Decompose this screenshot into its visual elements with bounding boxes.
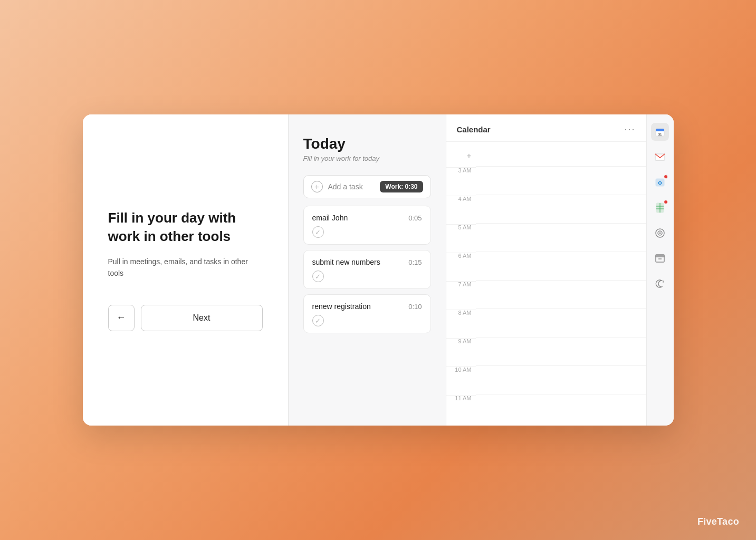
add-task-text: Add a task (328, 182, 375, 191)
event-line-5am (476, 223, 646, 252)
task-card-top-1: email John 0:05 (312, 214, 422, 222)
next-button[interactable]: Next (141, 305, 263, 331)
calendar-events (476, 142, 646, 426)
calendar-body: + 3 AM 4 AM 5 AM 6 AM 7 AM 8 AM 9 AM 10 … (446, 142, 646, 426)
task-card-top-3: renew registration 0:10 (312, 302, 422, 311)
time-slot-4am: 4 AM (446, 195, 476, 223)
event-line-10am (476, 365, 646, 394)
time-slot-6am: 6 AM (446, 252, 476, 280)
calendar-menu-icon[interactable]: ··· (624, 124, 635, 135)
event-line-4am (476, 195, 646, 223)
time-slot-add[interactable]: + (446, 146, 476, 166)
description: Pull in meetings, emails, and tasks in o… (108, 256, 263, 279)
task-card-3: renew registration 0:10 ✓ (303, 294, 431, 333)
task-name-2: submit new numbers (312, 258, 380, 266)
outlook-icon[interactable]: O (651, 173, 669, 191)
outlook-dot (664, 175, 668, 179)
button-row: ← Next (108, 305, 263, 331)
brand-taco: Taco (717, 516, 739, 527)
time-slot-9am: 9 AM (446, 337, 476, 365)
target-icon[interactable] (651, 224, 669, 242)
right-panel: Today Fill in your work for today + Add … (289, 114, 674, 426)
time-slots: + 3 AM 4 AM 5 AM 6 AM 7 AM 8 AM 9 AM 10 … (446, 142, 476, 426)
add-task-row[interactable]: + Add a task Work: 0:30 (303, 175, 431, 198)
task-time-1: 0:05 (408, 214, 422, 222)
tasks-subtitle: Fill in your work for today (303, 155, 431, 162)
work-badge: Work: 0:30 (380, 181, 423, 192)
task-check-3[interactable]: ✓ (312, 315, 324, 326)
time-slot-5am: 5 AM (446, 223, 476, 252)
svg-text:31: 31 (658, 133, 662, 136)
add-task-icon: + (311, 181, 323, 192)
task-name-3: renew registration (312, 302, 371, 311)
back-button[interactable]: ← (108, 305, 135, 331)
event-line-7am (476, 280, 646, 308)
brand-five: Five (697, 516, 717, 527)
archive-icon[interactable] (651, 249, 669, 267)
event-line-8am (476, 308, 646, 337)
task-card-1: email John 0:05 ✓ (303, 206, 431, 245)
tasks-title: Today (303, 136, 431, 152)
time-slot-10am: 10 AM (446, 365, 476, 394)
calendar-header: Calendar ··· (446, 114, 646, 142)
moon-icon[interactable] (651, 275, 669, 293)
heading: Fill in your day with work in other tool… (108, 209, 263, 246)
task-check-1[interactable]: ✓ (312, 226, 324, 238)
task-check-2[interactable]: ✓ (312, 271, 324, 282)
time-slot-7am: 7 AM (446, 280, 476, 308)
task-card-top-2: submit new numbers 0:15 (312, 258, 422, 266)
main-card: Fill in your day with work in other tool… (83, 114, 674, 426)
google-calendar-icon[interactable]: 31 (651, 123, 669, 141)
time-slot-8am: 8 AM (446, 308, 476, 337)
event-line-11am (476, 394, 646, 422)
time-slot-3am: 3 AM (446, 166, 476, 195)
event-line-3am (476, 166, 646, 195)
left-panel: Fill in your day with work in other tool… (83, 114, 289, 426)
event-line-add (476, 146, 646, 166)
time-slot-11am: 11 AM (446, 394, 476, 422)
event-line-6am (476, 252, 646, 280)
branding: FiveTaco (697, 516, 739, 527)
svg-text:O: O (658, 180, 662, 186)
task-time-3: 0:10 (408, 303, 422, 311)
tasks-column: Today Fill in your work for today + Add … (289, 114, 446, 426)
task-name-1: email John (312, 214, 348, 222)
sheets-icon[interactable] (651, 199, 669, 217)
task-card-2: submit new numbers 0:15 ✓ (303, 250, 431, 289)
svg-point-13 (659, 233, 661, 234)
calendar-title: Calendar (457, 125, 491, 134)
calendar-column: Calendar ··· + 3 AM 4 AM 5 AM 6 AM 7 AM … (446, 114, 646, 426)
svg-rect-2 (656, 130, 664, 131)
gmail-icon[interactable] (651, 148, 669, 166)
icon-sidebar: 31 O (646, 114, 674, 426)
task-time-2: 0:15 (408, 258, 422, 266)
event-line-9am (476, 337, 646, 365)
sheets-dot (664, 200, 668, 204)
